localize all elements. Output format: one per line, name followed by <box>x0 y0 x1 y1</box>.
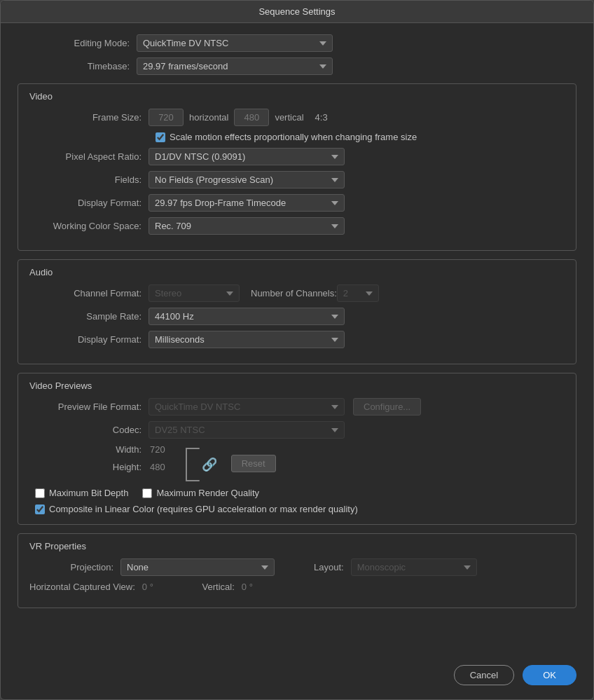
timebase-row: Timebase: 29.97 frames/second <box>18 57 576 75</box>
projection-group: Projection: None <box>29 558 275 576</box>
video-section-title: Video <box>29 91 565 102</box>
horizontal-captured-label: Horizontal Captured View: <box>29 582 142 592</box>
configure-button[interactable]: Configure... <box>353 398 421 416</box>
max-bit-depth-label: Maximum Bit Depth <box>49 488 128 498</box>
codec-row: Codec: DV25 NTSC <box>29 421 565 439</box>
audio-display-format-label: Display Format: <box>29 334 148 345</box>
composite-row: Composite in Linear Color (requires GPU … <box>35 504 565 514</box>
preview-file-format-row: Preview File Format: QuickTime DV NTSC C… <box>29 398 565 416</box>
channel-format-label: Channel Format: <box>29 288 148 298</box>
composite-linear-label: Composite in Linear Color (requires GPU … <box>49 504 358 514</box>
aspect-ratio: 4:3 <box>315 112 328 123</box>
frame-width-input[interactable] <box>148 109 184 126</box>
video-section: Video Frame Size: horizontal vertical 4:… <box>18 83 576 251</box>
width-row: Width: 720 <box>29 444 165 455</box>
layout-group: Layout: Monoscopic <box>300 558 477 576</box>
scale-checkbox[interactable] <box>156 132 165 142</box>
sample-rate-row: Sample Rate: 44100 Hz <box>29 308 565 325</box>
frame-height-input[interactable] <box>234 109 269 126</box>
max-render-quality-item: Maximum Render Quality <box>142 488 259 498</box>
working-color-space-row: Working Color Space: Rec. 709 <box>29 217 565 235</box>
channel-format-select[interactable]: Stereo <box>148 284 240 302</box>
horizontal-captured-value: 0 ° <box>142 582 153 592</box>
audio-display-format-row: Display Format: Milliseconds <box>29 331 565 348</box>
max-options-row: Maximum Bit Depth Maximum Render Quality <box>35 488 565 498</box>
sample-rate-select[interactable]: 44100 Hz <box>148 308 345 325</box>
composite-linear-checkbox[interactable] <box>35 505 45 514</box>
horizontal-captured-group: Horizontal Captured View: 0 ° <box>29 582 153 592</box>
preview-file-format-select[interactable]: QuickTime DV NTSC <box>148 398 345 416</box>
ok-button[interactable]: OK <box>523 665 576 685</box>
editing-mode-label: Editing Mode: <box>18 38 137 48</box>
pixel-aspect-ratio-select[interactable]: D1/DV NTSC (0.9091) <box>148 148 345 165</box>
fields-select[interactable]: No Fields (Progressive Scan) <box>148 171 345 188</box>
vr-angles-row: Horizontal Captured View: 0 ° Vertical: … <box>29 582 565 592</box>
dialog-footer: Cancel OK <box>1 654 593 699</box>
working-color-space-label: Working Color Space: <box>29 221 148 231</box>
audio-display-format-select[interactable]: Milliseconds <box>148 331 345 348</box>
dialog-body: Editing Mode: QuickTime DV NTSC Timebase… <box>1 23 593 654</box>
horizontal-label: horizontal <box>189 112 228 123</box>
projection-select[interactable]: None <box>120 558 275 576</box>
sequence-settings-dialog: Sequence Settings Editing Mode: QuickTim… <box>0 0 594 700</box>
vertical-value: 0 ° <box>242 582 253 592</box>
sample-rate-label: Sample Rate: <box>29 311 148 322</box>
video-display-format-select[interactable]: 29.97 fps Drop-Frame Timecode <box>148 194 345 212</box>
max-bit-depth-checkbox[interactable] <box>35 488 45 498</box>
vertical-group: Vertical: 0 ° <box>193 582 253 592</box>
vertical-label: Vertical: <box>193 582 242 592</box>
layout-label: Layout: <box>314 562 351 572</box>
vr-section-title: VR Properties <box>29 541 565 551</box>
codec-label: Codec: <box>29 425 148 435</box>
editing-mode-select[interactable]: QuickTime DV NTSC <box>137 34 333 52</box>
fields-row: Fields: No Fields (Progressive Scan) <box>29 171 565 188</box>
frame-size-row: Frame Size: horizontal vertical 4:3 <box>29 109 565 126</box>
num-channels-label: Number of Channels: <box>251 288 337 298</box>
scale-checkbox-row: Scale motion effects proportionally when… <box>156 132 565 142</box>
max-bit-depth-item: Maximum Bit Depth <box>35 488 128 498</box>
frame-size-label: Frame Size: <box>29 112 148 123</box>
channel-format-row: Channel Format: Stereo Number of Channel… <box>29 284 565 302</box>
num-channels-select[interactable]: 2 <box>337 284 379 302</box>
top-fields: Editing Mode: QuickTime DV NTSC Timebase… <box>18 34 576 75</box>
vr-projection-layout-row: Projection: None Layout: Monoscopic <box>29 558 565 576</box>
height-value: 480 <box>150 462 165 472</box>
max-render-quality-checkbox[interactable] <box>142 488 152 498</box>
codec-select[interactable]: DV25 NTSC <box>148 421 345 439</box>
timebase-select[interactable]: 29.97 frames/second <box>137 57 333 75</box>
width-value: 720 <box>150 444 165 455</box>
link-bracket-icon <box>179 447 200 482</box>
video-display-format-row: Display Format: 29.97 fps Drop-Frame Tim… <box>29 194 565 212</box>
fields-label: Fields: <box>29 174 148 185</box>
timebase-label: Timebase: <box>18 61 137 71</box>
vr-properties-section: VR Properties Projection: None Layout: M… <box>18 533 576 608</box>
width-label: Width: <box>29 444 148 455</box>
height-label: Height: <box>29 462 148 472</box>
scale-label: Scale motion effects proportionally when… <box>170 132 417 142</box>
video-previews-title: Video Previews <box>29 380 565 391</box>
working-color-space-select[interactable]: Rec. 709 <box>148 217 345 235</box>
layout-select[interactable]: Monoscopic <box>351 558 477 576</box>
editing-mode-row: Editing Mode: QuickTime DV NTSC <box>18 34 576 52</box>
cancel-button[interactable]: Cancel <box>454 665 514 685</box>
video-previews-section: Video Previews Preview File Format: Quic… <box>18 373 576 525</box>
projection-label: Projection: <box>29 562 120 572</box>
max-render-quality-label: Maximum Render Quality <box>156 488 259 498</box>
vertical-label: vertical <box>275 112 303 123</box>
pixel-aspect-ratio-label: Pixel Aspect Ratio: <box>29 151 148 162</box>
dialog-title: Sequence Settings <box>1 1 593 23</box>
video-display-format-label: Display Format: <box>29 198 148 208</box>
audio-section: Audio Channel Format: Stereo Number of C… <box>18 259 576 364</box>
pixel-aspect-ratio-row: Pixel Aspect Ratio: D1/DV NTSC (0.9091) <box>29 148 565 165</box>
audio-section-title: Audio <box>29 267 565 277</box>
width-height-container: Width: 720 Height: 480 🔗 Reset <box>29 444 565 482</box>
height-row: Height: 480 <box>29 462 165 472</box>
preview-file-format-label: Preview File Format: <box>29 402 148 412</box>
link-chain-icon: 🔗 <box>202 457 217 472</box>
reset-button[interactable]: Reset <box>231 455 276 472</box>
